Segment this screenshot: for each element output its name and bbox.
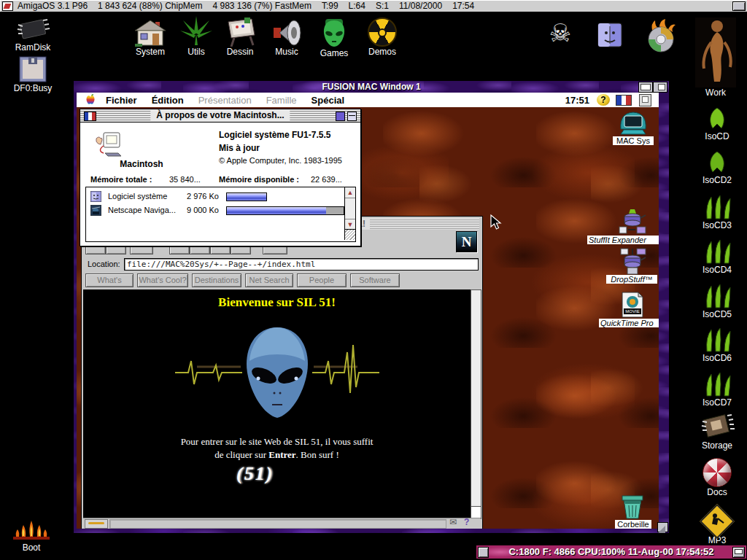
help-icon[interactable]: ? bbox=[597, 94, 610, 106]
icon-isocd6[interactable]: IsoCD6 bbox=[694, 327, 740, 363]
vertical-scrollbar[interactable] bbox=[471, 289, 481, 507]
icon-isocd7[interactable]: IsoCD7 bbox=[694, 371, 740, 408]
window-depth-gadget[interactable] bbox=[653, 82, 667, 93]
icon-music[interactable]: Music bbox=[266, 19, 308, 57]
alien-claw-icon bbox=[703, 106, 732, 131]
mac-icon-label: Corbeille bbox=[615, 520, 651, 529]
entrer-link[interactable]: Entrer bbox=[268, 449, 295, 460]
whats-new-button[interactable]: What's New? bbox=[85, 273, 133, 287]
process-name: Logiciel système bbox=[108, 192, 167, 201]
skull-icon[interactable]: ☠ bbox=[547, 19, 573, 47]
zoom-gadget[interactable] bbox=[336, 112, 345, 121]
window-zoom-gadget[interactable] bbox=[638, 82, 653, 93]
process-list: Logiciel système 2 976 Ko Netscape Navig… bbox=[85, 187, 356, 242]
menu-presentation[interactable]: Présentation bbox=[198, 95, 252, 106]
guide-icon[interactable]: ? bbox=[464, 517, 469, 527]
icon-ramdisk[interactable]: RamDisk bbox=[7, 18, 58, 52]
icon-isocd1[interactable]: IsoCD bbox=[694, 106, 740, 141]
icon-utils[interactable]: Utils bbox=[175, 16, 217, 57]
icon-isocd5[interactable]: IsoCD5 bbox=[694, 283, 740, 319]
location-input[interactable]: file:///MAC%20Sys/+--Page--+/index.html bbox=[124, 258, 479, 271]
amiga-titlebar[interactable]: AmigaOS 3.1 P96 1 843 624 (88%) ChipMem … bbox=[0, 0, 747, 12]
mac-hand-icon bbox=[93, 130, 125, 159]
scroll-down-arrow[interactable]: ▼ bbox=[345, 219, 355, 230]
menu-special[interactable]: Spécial bbox=[311, 95, 345, 106]
icon-docs[interactable]: Docs bbox=[694, 458, 740, 497]
copyright: © Apple Computer, Inc. 1983-1995 bbox=[219, 156, 342, 165]
screen-depth-gadget[interactable] bbox=[732, 1, 746, 11]
quicktime-badge: MOVIE bbox=[625, 309, 639, 314]
alien-claw-icon bbox=[703, 150, 732, 175]
icon-dessin[interactable]: Dessin bbox=[219, 18, 261, 57]
icon-isocd3[interactable]: IsoCD3 bbox=[694, 194, 740, 230]
icon-mp3[interactable]: MP3 bbox=[694, 505, 740, 545]
icon-demos[interactable]: Demos bbox=[362, 18, 403, 57]
location-label: Location: bbox=[88, 260, 120, 268]
icon-label: Demos bbox=[362, 47, 403, 57]
alien-head-icon bbox=[320, 18, 349, 48]
netscape-logo-icon[interactable]: N bbox=[456, 231, 477, 252]
about-macintosh-window: À propos de votre Macintosh... Macintosh… bbox=[80, 109, 361, 246]
alien-claw-icon bbox=[701, 238, 733, 265]
icon-label: Docs bbox=[694, 487, 740, 497]
fusion-titlebar[interactable]: FUSION MAC Window 1 bbox=[74, 81, 669, 93]
mac-icon-stuffit[interactable] bbox=[616, 208, 649, 236]
icon-isocd2[interactable]: IsoCD2 bbox=[694, 150, 740, 185]
scroll-up-arrow[interactable]: ▲ bbox=[345, 187, 355, 198]
menu-edition[interactable]: Édition bbox=[152, 95, 184, 106]
mem-avail-label: Mémoire disponible : bbox=[219, 175, 299, 184]
flame-crown-icon bbox=[12, 519, 51, 542]
macos-finder-icon[interactable] bbox=[597, 22, 623, 48]
mac-icon-label: StuffIt Expander bbox=[587, 236, 659, 244]
memory-bar bbox=[227, 207, 326, 214]
keyboard-flag-icon[interactable] bbox=[616, 95, 632, 106]
statusbar-depth-gadget[interactable] bbox=[732, 547, 745, 558]
figure-icon bbox=[695, 18, 736, 88]
mac-icon-dropstuff[interactable] bbox=[614, 247, 651, 275]
burning-cd-icon[interactable] bbox=[643, 19, 677, 52]
mac-icon-trash[interactable]: Corbeille bbox=[615, 492, 650, 529]
about-titlebar[interactable]: À propos de votre Macintosh... bbox=[80, 109, 360, 122]
icon-isocd4[interactable]: IsoCD4 bbox=[694, 238, 740, 275]
icon-work[interactable]: Work bbox=[692, 18, 740, 98]
close-flag-icon[interactable] bbox=[84, 112, 96, 121]
icon-storage[interactable]: Storage bbox=[693, 413, 741, 451]
grow-gadget[interactable] bbox=[345, 229, 355, 240]
icon-label: Work bbox=[692, 88, 740, 98]
mail-icon[interactable]: ✉ bbox=[449, 517, 457, 527]
icon-label: Games bbox=[314, 48, 355, 58]
people-button[interactable]: People bbox=[297, 273, 347, 287]
icon-label: System bbox=[128, 47, 173, 57]
mac-icon-sys[interactable]: MAC Sys bbox=[609, 110, 657, 145]
list-scrollbar[interactable]: ▲ ▼ bbox=[344, 187, 355, 240]
collapse-gadget[interactable] bbox=[347, 112, 357, 121]
application-menu-icon[interactable] bbox=[639, 94, 651, 106]
icon-games[interactable]: Games bbox=[314, 18, 355, 58]
netscape-statusbar: ✉ ? bbox=[83, 518, 481, 529]
mac-icon-quicktime[interactable]: MOVIE bbox=[618, 291, 647, 319]
menu-famille[interactable]: Famille bbox=[266, 95, 297, 106]
apple-menu-icon[interactable] bbox=[85, 94, 96, 106]
menu-fichier[interactable]: Fichier bbox=[106, 95, 137, 106]
boing-ball-icon bbox=[703, 458, 732, 487]
icon-label: DF0:Busy bbox=[4, 83, 61, 93]
mouse-cursor bbox=[490, 214, 502, 230]
fusion-mac-window: FUSION MAC Window 1 Fichier Édition Prés… bbox=[73, 80, 670, 534]
icon-system[interactable]: System bbox=[128, 19, 173, 57]
icon-label: IsoCD2 bbox=[694, 175, 740, 185]
icon-boot[interactable]: Boot bbox=[6, 519, 57, 553]
alien-claw-icon bbox=[701, 194, 733, 220]
icon-label: Boot bbox=[6, 542, 57, 553]
software-button[interactable]: Software bbox=[350, 273, 400, 287]
chipmem: 1 843 624 (88%) ChipMem bbox=[98, 1, 202, 11]
icon-df0[interactable]: DF0:Busy bbox=[4, 55, 61, 93]
whats-cool-button[interactable]: What's Cool? bbox=[137, 273, 188, 287]
net-search-button[interactable]: Net Search bbox=[245, 273, 293, 287]
about-title: À propos de votre Macintosh... bbox=[150, 110, 290, 120]
icon-label: IsoCD3 bbox=[694, 220, 740, 230]
statusbar-gadget-left[interactable] bbox=[478, 547, 489, 558]
alien-claw-icon bbox=[701, 327, 733, 353]
window-resize-gadget[interactable] bbox=[657, 522, 668, 532]
icon-label: Music bbox=[266, 47, 308, 57]
destinations-button[interactable]: Destinations bbox=[192, 273, 241, 287]
